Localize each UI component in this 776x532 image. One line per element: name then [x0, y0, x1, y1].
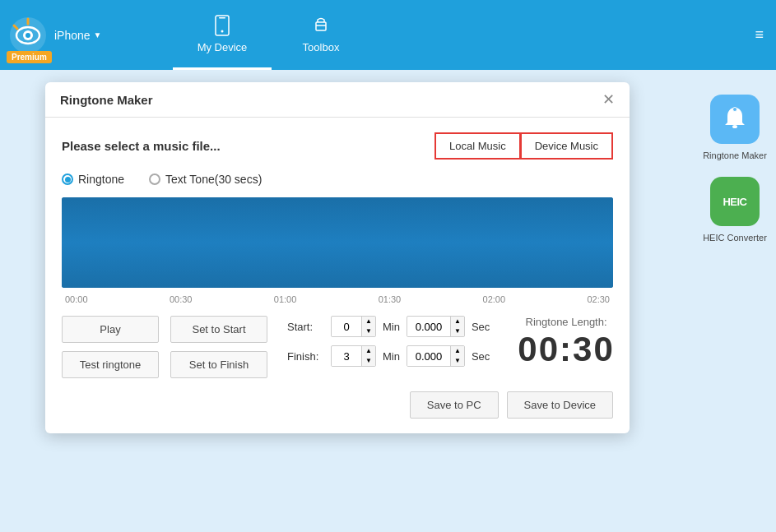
- time-controls: Start: ▲ ▼ Min ▲: [287, 316, 490, 367]
- file-select-label: Please select a music file...: [62, 139, 221, 153]
- set-buttons: Set to Start Set to Finish: [170, 316, 267, 378]
- play-test-buttons: Play Test ringtone: [62, 316, 159, 378]
- finish-min-spinners: ▲ ▼: [361, 346, 375, 366]
- tab-toolbox[interactable]: Toolbox: [272, 0, 370, 70]
- text-tone-radio-dot: [149, 173, 160, 185]
- finish-sec-up-btn[interactable]: ▲: [451, 346, 464, 356]
- start-label: Start:: [287, 321, 324, 333]
- ringtone-length-time: 00:30: [518, 330, 614, 369]
- start-time-row: Start: ▲ ▼ Min ▲: [287, 316, 490, 337]
- set-to-finish-button[interactable]: Set to Finish: [170, 351, 267, 378]
- timeline-mark-1: 00:30: [170, 294, 193, 304]
- svg-point-3: [26, 33, 30, 38]
- finish-min-up-btn[interactable]: ▲: [362, 346, 375, 356]
- svg-rect-11: [732, 125, 737, 128]
- ringtone-radio-text: Ringtone: [78, 173, 124, 186]
- finish-sec-input-group: ▲ ▼: [407, 345, 465, 367]
- heic-converter-icon: HEIC: [710, 177, 760, 226]
- start-min-unit: Min: [383, 321, 400, 333]
- start-min-input[interactable]: [332, 317, 361, 336]
- logo-area: iPhone ▼ Premium: [0, 0, 173, 70]
- heic-converter-label: HEIC Converter: [703, 233, 767, 243]
- start-sec-unit: Sec: [472, 321, 490, 333]
- sidebar-tool-ringtone-maker[interactable]: Ringtone Maker: [703, 95, 767, 160]
- right-sidebar: Ringtone Maker HEIC HEIC Converter: [694, 70, 776, 532]
- tab-my-device[interactable]: My Device: [173, 0, 272, 70]
- save-to-pc-button[interactable]: Save to PC: [410, 391, 499, 419]
- iphone-dropdown[interactable]: iPhone ▼: [54, 29, 102, 42]
- start-sec-spinners: ▲ ▼: [450, 317, 464, 336]
- finish-sec-unit: Sec: [472, 350, 490, 363]
- top-right-controls: ≡: [755, 0, 776, 70]
- svg-rect-7: [219, 17, 225, 19]
- device-music-button[interactable]: Device Music: [520, 132, 613, 160]
- start-min-spinners: ▲ ▼: [361, 317, 375, 336]
- hamburger-button[interactable]: ≡: [755, 26, 764, 44]
- timeline-mark-3: 01:30: [379, 294, 402, 304]
- finish-min-unit: Min: [383, 350, 400, 363]
- timeline-mark-5: 02:30: [587, 294, 610, 304]
- start-min-input-group: ▲ ▼: [331, 316, 376, 337]
- svg-rect-9: [316, 22, 326, 30]
- start-sec-input-group: ▲ ▼: [407, 316, 465, 337]
- ringtone-length-label: Ringtone Length:: [526, 316, 607, 328]
- ringtone-maker-label: Ringtone Maker: [703, 150, 767, 160]
- nav-tabs: My Device Toolbox: [173, 0, 370, 70]
- ringtone-radio-dot: [62, 173, 73, 185]
- text-tone-radio-text: Text Tone(30 secs): [165, 173, 262, 186]
- svg-point-8: [221, 30, 224, 33]
- file-select-row: Please select a music file... Local Musi…: [62, 132, 613, 160]
- finish-min-input-group: ▲ ▼: [331, 345, 376, 367]
- set-to-start-button[interactable]: Set to Start: [170, 316, 267, 343]
- svg-point-12: [733, 108, 737, 112]
- iphone-label: iPhone: [54, 29, 91, 42]
- text-tone-radio-label[interactable]: Text Tone(30 secs): [149, 173, 262, 186]
- timeline-mark-4: 02:00: [483, 294, 506, 304]
- save-to-device-button[interactable]: Save to Device: [507, 391, 613, 419]
- finish-sec-spinners: ▲ ▼: [450, 346, 464, 366]
- start-min-up-btn[interactable]: ▲: [362, 317, 375, 326]
- dialog-body: Please select a music file... Local Musi…: [45, 118, 630, 433]
- timeline-mark-2: 01:00: [274, 294, 297, 304]
- finish-min-down-btn[interactable]: ▼: [362, 356, 375, 366]
- finish-min-input[interactable]: [332, 347, 361, 366]
- dialog-header: Ringtone Maker ✕: [45, 82, 630, 118]
- play-button[interactable]: Play: [62, 316, 159, 343]
- finish-time-row: Finish: ▲ ▼ Min ▲: [287, 345, 490, 367]
- finish-label: Finish:: [287, 350, 324, 363]
- close-button[interactable]: ✕: [602, 92, 615, 107]
- main-content: Ringtone Maker ✕ Please select a music f…: [0, 70, 776, 532]
- start-sec-input[interactable]: [407, 317, 450, 336]
- premium-badge: Premium: [7, 51, 52, 63]
- sidebar-tool-heic-converter[interactable]: HEIC HEIC Converter: [703, 177, 767, 243]
- save-row: Save to PC Save to Device: [62, 391, 613, 419]
- top-bar: iPhone ▼ Premium My Device Toolbox ≡: [0, 0, 776, 70]
- file-select-buttons: Local Music Device Music: [434, 132, 613, 160]
- ringtone-length-area: Ringtone Length: 00:30: [518, 316, 614, 369]
- dialog-title: Ringtone Maker: [60, 93, 153, 107]
- waveform-display: [62, 197, 613, 288]
- local-music-button[interactable]: Local Music: [434, 132, 520, 160]
- test-ringtone-button[interactable]: Test ringtone: [62, 351, 159, 378]
- timeline-mark-0: 00:00: [65, 294, 88, 304]
- start-min-down-btn[interactable]: ▼: [362, 326, 375, 336]
- dropdown-arrow-icon: ▼: [94, 30, 102, 39]
- start-sec-down-btn[interactable]: ▼: [451, 326, 464, 336]
- ringtone-radio-label[interactable]: Ringtone: [62, 173, 124, 186]
- controls-row: Play Test ringtone Set to Start Set to F…: [62, 316, 613, 378]
- ringtone-maker-dialog: Ringtone Maker ✕ Please select a music f…: [45, 82, 630, 433]
- ringtone-maker-icon: [710, 95, 760, 144]
- start-sec-up-btn[interactable]: ▲: [451, 317, 464, 326]
- timeline: 00:00 00:30 01:00 01:30 02:00 02:30: [62, 294, 613, 304]
- radio-row: Ringtone Text Tone(30 secs): [62, 173, 613, 186]
- finish-sec-input[interactable]: [407, 347, 450, 366]
- app-logo-icon: [8, 16, 48, 55]
- waveform-inner: [62, 197, 613, 288]
- finish-sec-down-btn[interactable]: ▼: [451, 356, 464, 366]
